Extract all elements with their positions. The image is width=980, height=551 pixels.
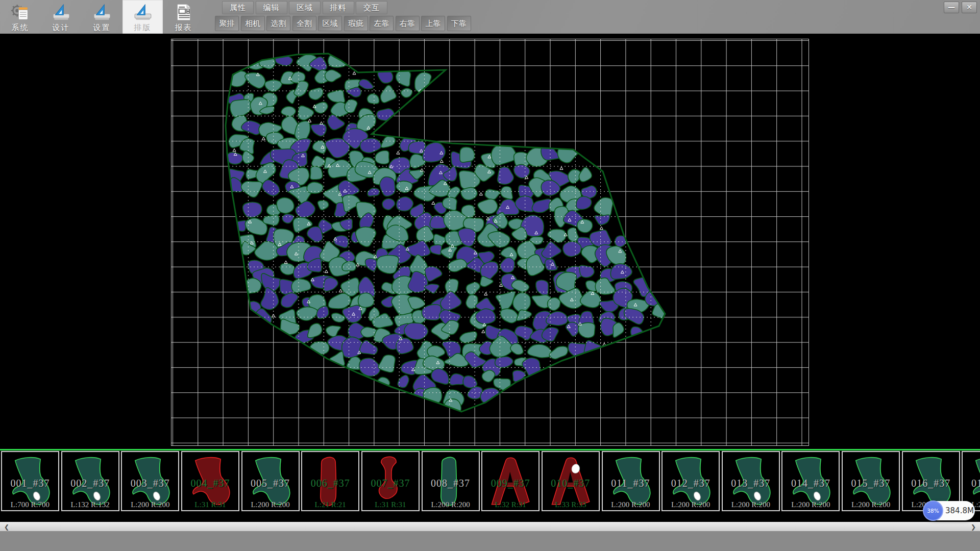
settings-ruler-icon — [92, 3, 112, 22]
tile-lr-values: L:200 R:200 — [663, 500, 719, 509]
menu-button-5[interactable]: 交互 — [356, 1, 387, 14]
piece-tile-010_#37[interactable]: 010_#37L:33 R:33 — [542, 451, 600, 511]
tile-lr-values: L:32 R:31 — [482, 500, 538, 509]
tiles-row: 001_#37L:700 R:700002_#37L:132 R:132003_… — [0, 450, 980, 512]
piece-tile-007_#37[interactable]: 007_#37L:31 R:31 — [361, 451, 420, 511]
layout-ruler-icon — [133, 3, 153, 22]
main-toolbar-button-3[interactable]: 设置 — [82, 0, 122, 34]
piece-tile-013_#37[interactable]: 013_#37L:200 R:200 — [722, 451, 780, 511]
window-controls: — ✕ — [944, 2, 977, 13]
menu-button-2[interactable]: 编辑 — [256, 1, 287, 14]
main-toolbar-button-1[interactable]: 系统 — [0, 0, 40, 34]
tile-name: 014_#37 — [782, 478, 839, 489]
main-toolbar-label: 设置 — [93, 23, 111, 33]
tile-name: 017_#37 — [963, 478, 980, 489]
tool-button-4[interactable]: 全割 — [292, 16, 316, 31]
scroll-right-button[interactable]: ❯ — [968, 522, 979, 532]
tile-lr-values: L:200 R:200 — [122, 500, 178, 509]
main-toolbar-label: 设计 — [53, 23, 70, 33]
tile-name: 001_#37 — [2, 478, 58, 489]
piece-tile-015_#37[interactable]: 015_#37L:200 R:200 — [842, 451, 900, 511]
tile-lr-values: L:132 R:132 — [62, 500, 118, 509]
tile-lr-values: L:700 R:700 — [2, 500, 58, 509]
tile-lr-values: L:200 R:200 — [723, 500, 779, 509]
tool-button-8[interactable]: 右靠 — [396, 16, 420, 31]
piece-tile-006_#37[interactable]: 006_#37L:21 R:21 — [301, 451, 359, 511]
report-document-icon — [174, 3, 193, 22]
system-gear-icon — [11, 3, 30, 22]
workspace — [0, 34, 980, 449]
tile-name: 008_#37 — [423, 478, 479, 489]
main-toolbar-button-2[interactable]: 设计 — [41, 0, 81, 34]
horizontal-scrollbar[interactable]: ❮ ❯ — [0, 522, 980, 531]
main-toolbar-label: 排版 — [134, 23, 152, 33]
piece-tile-003_#37[interactable]: 003_#37L:200 R:200 — [121, 451, 179, 511]
piece-tile-014_#37[interactable]: 014_#37L:200 R:200 — [781, 451, 840, 511]
tile-lr-values: L:200 R:200 — [843, 500, 899, 509]
piece-tile-012_#37[interactable]: 012_#37L:200 R:200 — [662, 451, 720, 511]
design-ruler-icon — [52, 3, 71, 22]
piece-tile-004_#37[interactable]: 004_#37L:31 R:31 — [181, 451, 239, 511]
tile-name: 007_#37 — [362, 478, 419, 489]
tile-name: 011_#37 — [603, 478, 659, 489]
tile-lr-values: L:200 R:200 — [603, 500, 659, 509]
tile-name: 003_#37 — [122, 478, 178, 489]
main-toolbar-label: 报表 — [175, 23, 192, 33]
minimize-button[interactable]: — — [944, 2, 959, 13]
tool-button-10[interactable]: 下靠 — [447, 16, 471, 31]
tool-button-6[interactable]: 瑕疵 — [344, 16, 368, 31]
tool-button-1[interactable]: 聚排 — [215, 16, 239, 31]
piece-tile-008_#37[interactable]: 008_#37L:200 R:200 — [422, 451, 480, 511]
tile-name: 006_#37 — [302, 478, 358, 489]
piece-tile-002_#37[interactable]: 002_#37L:132 R:132 — [61, 451, 119, 511]
pieces-strip: 001_#37L:700 R:700002_#37L:132 R:132003_… — [0, 449, 980, 522]
tile-name: 012_#37 — [663, 478, 719, 489]
piece-tile-011_#37[interactable]: 011_#37L:200 R:200 — [602, 451, 660, 511]
piece-tile-001_#37[interactable]: 001_#37L:700 R:700 — [1, 451, 59, 511]
tool-button-3[interactable]: 选割 — [266, 16, 290, 31]
title-toolbar: 系统设计设置排版报表 属性编辑区域排料交互 聚排相机选割全割区域瑕疵左靠右靠上靠… — [0, 0, 980, 34]
tool-button-9[interactable]: 上靠 — [421, 16, 445, 31]
tile-name: 002_#37 — [62, 478, 118, 489]
tile-lr-values: L:31 R:31 — [182, 500, 238, 509]
piece-tile-005_#37[interactable]: 005_#37L:200 R:200 — [241, 451, 300, 511]
tool-button-2[interactable]: 相机 — [241, 16, 265, 31]
menu-button-4[interactable]: 排料 — [323, 1, 354, 14]
usage-percent-badge: 38% — [923, 500, 943, 521]
tile-name: 005_#37 — [242, 478, 299, 489]
nesting-canvas[interactable] — [172, 39, 808, 445]
scroll-left-button[interactable]: ❮ — [1, 522, 12, 532]
tile-name: 015_#37 — [843, 478, 899, 489]
memory-badge[interactable]: 38% 384.8M — [924, 501, 975, 520]
tile-lr-values: L:200 R:200 — [782, 500, 839, 509]
tile-lr-values: L:33 R:33 — [543, 500, 599, 509]
main-toolbar-label: 系统 — [12, 23, 29, 33]
tile-lr-values: L:200 R:200 — [242, 500, 299, 509]
tile-name: 013_#37 — [723, 478, 779, 489]
nesting-canvas-panel — [171, 39, 809, 446]
tile-name: 004_#37 — [182, 478, 238, 489]
tile-lr-values: L:31 R:31 — [362, 500, 419, 509]
status-footer — [0, 531, 980, 551]
tile-lr-values: L:200 R:200 — [423, 500, 479, 509]
menu-button-3[interactable]: 区域 — [289, 1, 321, 14]
piece-tile-009_#37[interactable]: 009_#37L:32 R:31 — [481, 451, 540, 511]
tool-button-5[interactable]: 区域 — [318, 16, 342, 31]
tool-button-7[interactable]: 左靠 — [370, 16, 394, 31]
tile-name: 010_#37 — [543, 478, 599, 489]
main-toolbar-button-4[interactable]: 排版 — [122, 0, 163, 34]
close-button[interactable]: ✕ — [962, 2, 977, 13]
tile-name: 009_#37 — [482, 478, 538, 489]
tile-name: 016_#37 — [903, 478, 959, 489]
tile-lr-values: L:21 R:21 — [302, 500, 358, 509]
main-toolbar-button-5[interactable]: 报表 — [163, 0, 204, 34]
memory-value: 384.8M — [945, 501, 974, 520]
menu-button-1[interactable]: 属性 — [222, 1, 254, 14]
